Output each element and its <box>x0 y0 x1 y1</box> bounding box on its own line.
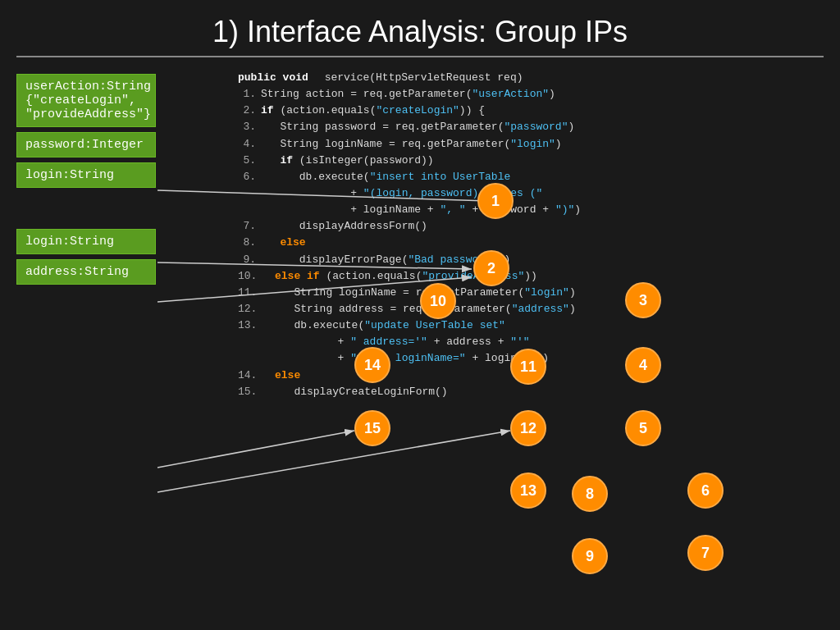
circle-13: 13 <box>510 472 546 509</box>
circle-14: 14 <box>354 347 390 383</box>
ip-box-login2: login:String <box>16 229 156 254</box>
circle-3: 3 <box>625 282 661 318</box>
left-panel: userAction:String{"createLogin","provide… <box>0 66 213 626</box>
code-line-5: 5. if (isInteger(password)) <box>238 153 832 169</box>
circle-12: 12 <box>510 410 546 446</box>
ip-box-login1: login:String <box>16 162 156 188</box>
code-line-4: 4. String loginName = req.getParameter("… <box>238 136 832 153</box>
ip-box-password: password:Integer <box>16 132 156 158</box>
circle-2: 2 <box>473 250 509 286</box>
ip-box-useraction: userAction:String{"createLogin","provide… <box>16 74 156 127</box>
circle-8: 8 <box>572 476 608 512</box>
circle-9: 9 <box>572 538 608 574</box>
circle-4: 4 <box>625 347 661 383</box>
code-line-1: 1. String action = req.getParameter("use… <box>238 86 832 103</box>
circle-5: 5 <box>625 410 661 446</box>
code-line-10: 10. else if (action.equals("provideAddre… <box>238 268 832 285</box>
code-line-9: 9. displayErrorPage("Bad password.") <box>238 252 832 268</box>
code-line-11: 11. String loginName = req.getParameter(… <box>238 285 832 301</box>
code-line-6: 6. db.execute("insert into UserTable <box>238 169 832 185</box>
circle-6: 6 <box>687 472 724 509</box>
circle-11: 11 <box>510 349 546 385</box>
code-line-6b: + "(login, password) values (" <box>238 185 832 202</box>
circle-1: 1 <box>477 183 514 219</box>
code-line-12: 12. String address = req.getParameter("a… <box>238 301 832 317</box>
code-line-13b: + " address='" + address + "'" <box>238 334 832 350</box>
code-panel: public void service(HttpServletRequest r… <box>213 66 840 626</box>
group1: userAction:String{"createLogin","provide… <box>16 74 205 188</box>
code-line-6c: + loginName + ", " + password + ")") <box>238 202 832 218</box>
circle-10: 10 <box>420 283 456 319</box>
code-line-13: 13. db.execute("update UserTable set" <box>238 317 832 334</box>
circle-7: 7 <box>687 535 724 571</box>
title: 1) Interface Analysis: Group IPs <box>16 0 824 57</box>
code-line-15: 15. displayCreateLoginForm() <box>238 384 832 400</box>
code-line-7: 7. displayAddressForm() <box>238 218 832 235</box>
ip-box-address: address:String <box>16 259 156 285</box>
code-line-8: 8. else <box>238 235 832 251</box>
code-header: public void service(HttpServletRequest r… <box>238 70 832 86</box>
group2: login:String address:String <box>16 229 205 285</box>
code-line-3: 3. String password = req.getParameter("p… <box>238 119 832 135</box>
code-line-2: 2. if (action.equals("createLogin")) { <box>238 103 832 119</box>
circle-15: 15 <box>354 410 390 446</box>
